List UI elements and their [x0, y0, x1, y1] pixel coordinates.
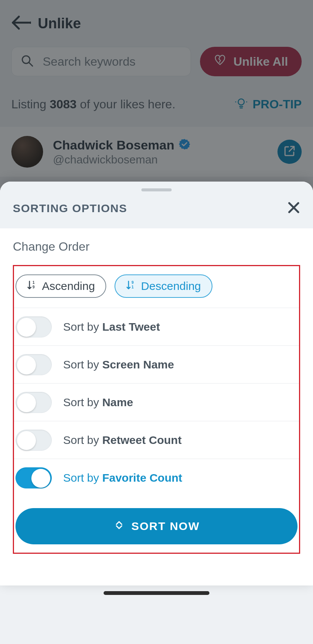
change-order-label: Change Order [13, 240, 300, 254]
sort-icon [113, 519, 125, 533]
sort-now-label: SORT NOW [132, 520, 200, 533]
sort-option-label: Sort by Screen Name [63, 358, 174, 371]
sort-option-row: Sort by Favorite Count [14, 459, 299, 497]
sort-now-button[interactable]: SORT NOW [15, 508, 298, 544]
sort-option-row: Sort by Last Tweet [14, 308, 299, 346]
home-indicator [104, 591, 209, 595]
sort-option-toggle[interactable] [15, 467, 52, 488]
descending-pill[interactable]: 91 Descending [115, 274, 212, 298]
svg-text:9: 9 [33, 285, 35, 289]
svg-text:1: 1 [132, 285, 134, 289]
descending-label: Descending [141, 280, 201, 293]
sort-option-label: Sort by Name [63, 396, 133, 409]
sort-option-row: Sort by Retweet Count [14, 421, 299, 459]
sort-option-label: Sort by Last Tweet [63, 320, 160, 333]
highlight-box: 19 Ascending 91 Descending Sort by Last … [13, 265, 300, 554]
svg-text:9: 9 [132, 280, 134, 285]
sorting-options-sheet: SORTING OPTIONS Change Order 19 Ascendin… [0, 182, 313, 585]
sheet-title: SORTING OPTIONS [13, 202, 127, 215]
ascending-pill[interactable]: 19 Ascending [15, 274, 106, 298]
sort-option-row: Sort by Screen Name [14, 346, 299, 384]
sort-option-toggle[interactable] [15, 316, 52, 337]
sort-option-toggle[interactable] [15, 354, 52, 375]
sort-option-toggle[interactable] [15, 392, 52, 413]
sort-descending-icon: 91 [126, 280, 136, 293]
sort-option-label: Sort by Favorite Count [63, 471, 182, 484]
svg-text:1: 1 [33, 280, 35, 285]
ascending-label: Ascending [42, 280, 95, 293]
close-icon [287, 209, 300, 215]
drag-handle[interactable] [141, 188, 172, 191]
sort-option-label: Sort by Retweet Count [63, 434, 181, 447]
close-button[interactable] [287, 201, 300, 216]
sort-option-row: Sort by Name [14, 384, 299, 421]
sort-ascending-icon: 19 [27, 280, 37, 293]
sort-option-toggle[interactable] [15, 430, 52, 451]
